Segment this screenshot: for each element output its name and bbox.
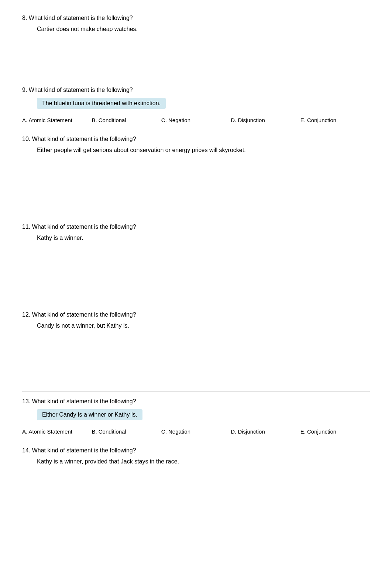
question-12-prompt: What kind of statement is the following?	[32, 311, 136, 318]
question-8-prompt: What kind of statement is the following?	[29, 15, 133, 21]
statement-13: Either Candy is a winner or Kathy is.	[37, 409, 142, 420]
answer-13-b[interactable]: B. Conditional	[92, 427, 161, 436]
question-13-number: 13.	[22, 398, 30, 404]
question-block-9: 9. What kind of statement is the followi…	[22, 87, 370, 125]
divider-2	[22, 391, 370, 392]
answer-row-13: A. Atomic Statement B. Conditional C. Ne…	[22, 427, 370, 436]
spacer-after-11	[22, 252, 370, 311]
question-12-number: 12.	[22, 311, 30, 318]
statement-10: Either people will get serious about con…	[37, 147, 370, 154]
statement-11: Kathy is a winner.	[37, 235, 370, 241]
question-block-10: 10. What kind of statement is the follow…	[22, 136, 370, 154]
question-13-prompt: What kind of statement is the following?	[32, 398, 136, 404]
question-8-text: 8. What kind of statement is the followi…	[22, 15, 370, 21]
question-10-prompt: What kind of statement is the following?	[32, 136, 136, 142]
question-9-number: 9.	[22, 87, 27, 93]
question-11-prompt: What kind of statement is the following?	[32, 224, 136, 230]
question-13-text: 13. What kind of statement is the follow…	[22, 398, 370, 405]
spacer-after-8	[22, 44, 370, 73]
question-10-number: 10.	[22, 136, 30, 142]
answer-9-a[interactable]: A. Atomic Statement	[22, 115, 92, 125]
question-14-prompt: What kind of statement is the following?	[32, 447, 136, 453]
question-block-8: 8. What kind of statement is the followi…	[22, 15, 370, 32]
question-10-text: 10. What kind of statement is the follow…	[22, 136, 370, 142]
spacer-after-12	[22, 340, 370, 384]
statement-12: Candy is not a winner, but Kathy is.	[37, 323, 370, 329]
question-block-11: 11. What kind of statement is the follow…	[22, 224, 370, 241]
answer-9-d[interactable]: D. Disjunction	[231, 115, 300, 125]
answer-13-e[interactable]: E. Conjunction	[300, 427, 370, 436]
spacer-after-10	[22, 165, 370, 224]
answer-13-c[interactable]: C. Negation	[161, 427, 231, 436]
answer-9-c[interactable]: C. Negation	[161, 115, 231, 125]
question-9-prompt: What kind of statement is the following?	[29, 87, 133, 93]
question-11-number: 11.	[22, 224, 30, 230]
statement-8: Cartier does not make cheap watches.	[37, 26, 370, 32]
answer-9-e[interactable]: E. Conjunction	[300, 115, 370, 125]
answer-13-d[interactable]: D. Disjunction	[231, 427, 300, 436]
question-9-text: 9. What kind of statement is the followi…	[22, 87, 370, 93]
question-12-text: 12. What kind of statement is the follow…	[22, 311, 370, 318]
question-8-number: 8.	[22, 15, 27, 21]
divider-1	[22, 80, 370, 80]
answer-13-a[interactable]: A. Atomic Statement	[22, 427, 92, 436]
question-11-text: 11. What kind of statement is the follow…	[22, 224, 370, 230]
answer-row-9: A. Atomic Statement B. Conditional C. Ne…	[22, 115, 370, 125]
statement-9: The bluefin tuna is threatened with exti…	[37, 98, 166, 109]
answer-9-b[interactable]: B. Conditional	[92, 115, 161, 125]
question-14-number: 14.	[22, 447, 30, 453]
question-14-text: 14. What kind of statement is the follow…	[22, 447, 370, 454]
question-block-12: 12. What kind of statement is the follow…	[22, 311, 370, 329]
question-block-13: 13. What kind of statement is the follow…	[22, 398, 370, 436]
question-block-14: 14. What kind of statement is the follow…	[22, 447, 370, 465]
statement-14: Kathy is a winner, provided that Jack st…	[37, 458, 370, 465]
